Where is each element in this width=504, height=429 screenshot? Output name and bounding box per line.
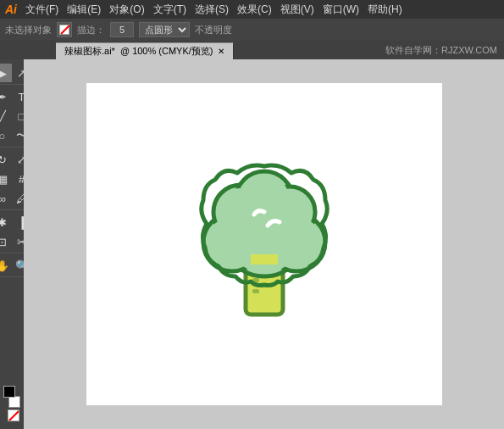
- opacity-label: 不透明度: [195, 24, 232, 36]
- tab-close-button[interactable]: ✕: [218, 47, 224, 56]
- main-workspace: ▶ ↗ ✒ T ╱ □ ○ 〜 ↻ ⤢ ▦: [0, 59, 504, 429]
- stroke-value-input[interactable]: [110, 22, 134, 37]
- menu-text[interactable]: 文字(T): [153, 3, 186, 17]
- title-bar: Ai 文件(F) 编辑(E) 对象(O) 文字(T) 选择(S) 效果(C) 视…: [0, 0, 504, 19]
- selection-tool-btn[interactable]: ▶: [0, 64, 12, 82]
- tab-filename: 辣椒图标.ai*: [64, 45, 115, 58]
- tool-group-symbols: ✱ ▐ ⊡ ✂: [0, 211, 24, 254]
- fill-color-box[interactable]: [57, 22, 72, 37]
- menu-select[interactable]: 选择(S): [195, 3, 229, 17]
- hand-tool-btn[interactable]: ✋: [0, 256, 12, 275]
- rotate-tool-btn[interactable]: ↻: [0, 150, 12, 169]
- menu-window[interactable]: 窗口(W): [323, 3, 359, 17]
- gradient-tool-btn[interactable]: ▦: [0, 170, 12, 188]
- tool-group-selection: ▶ ↗: [0, 62, 24, 85]
- tool-group-transform: ↻ ⤢ ▦ # ∞ 🖊: [0, 148, 24, 210]
- options-bar: 未选择对象 描边： 点圆形 不透明度: [0, 19, 504, 41]
- menu-file[interactable]: 文件(F): [25, 3, 58, 17]
- no-selection-label: 未选择对象: [5, 24, 52, 36]
- svg-rect-3: [252, 289, 259, 293]
- tool-group-navigate: ✋ 🔍: [0, 254, 24, 277]
- menu-bar[interactable]: 文件(F) 编辑(E) 对象(O) 文字(T) 选择(S) 效果(C) 视图(V…: [25, 3, 402, 17]
- ellipse-tool-btn[interactable]: ○: [0, 126, 12, 145]
- toolbox: ▶ ↗ ✒ T ╱ □ ○ 〜 ↻ ⤢ ▦: [0, 59, 24, 429]
- menu-help[interactable]: 帮助(H): [368, 3, 402, 17]
- tab-detail: @ 100% (CMYK/预览): [120, 45, 213, 58]
- svg-point-16: [268, 190, 312, 234]
- canvas-area: [24, 59, 504, 429]
- menu-effect[interactable]: 效果(C): [237, 3, 272, 17]
- color-swatches: [0, 382, 24, 426]
- app-logo: Ai: [5, 3, 17, 16]
- symbol-tool-btn[interactable]: ✱: [0, 213, 12, 231]
- no-color-swatch[interactable]: [8, 410, 21, 423]
- svg-rect-18: [251, 254, 278, 265]
- artboard: [86, 83, 442, 405]
- fill-swatch[interactable]: [3, 386, 15, 398]
- menu-view[interactable]: 视图(V): [280, 3, 314, 17]
- tool-group-drawing: ✒ T ╱ □ ○ 〜: [0, 86, 24, 148]
- stroke-swatch[interactable]: [8, 396, 20, 408]
- tab-right-info: 软件自学网：RJZXW.COM: [385, 41, 497, 59]
- brush-type-select[interactable]: 点圆形: [139, 22, 190, 37]
- pen-tool-btn[interactable]: ✒: [0, 87, 12, 106]
- document-tab[interactable]: 辣椒图标.ai* @ 100% (CMYK/预览) ✕: [56, 42, 234, 59]
- fill-stroke-swatches[interactable]: [0, 386, 24, 408]
- line-tool-btn[interactable]: ╱: [0, 107, 12, 125]
- artboard-tool-btn[interactable]: ⊡: [0, 232, 12, 251]
- tab-bar: 辣椒图标.ai* @ 100% (CMYK/预览) ✕ 软件自学网：RJZXW.…: [0, 41, 504, 59]
- stroke-label: 描边：: [77, 24, 105, 36]
- menu-edit[interactable]: 编辑(E): [67, 3, 101, 17]
- broccoli-illustration: [180, 151, 349, 337]
- menu-object[interactable]: 对象(O): [109, 3, 144, 17]
- blend-tool-btn[interactable]: ∞: [0, 189, 12, 208]
